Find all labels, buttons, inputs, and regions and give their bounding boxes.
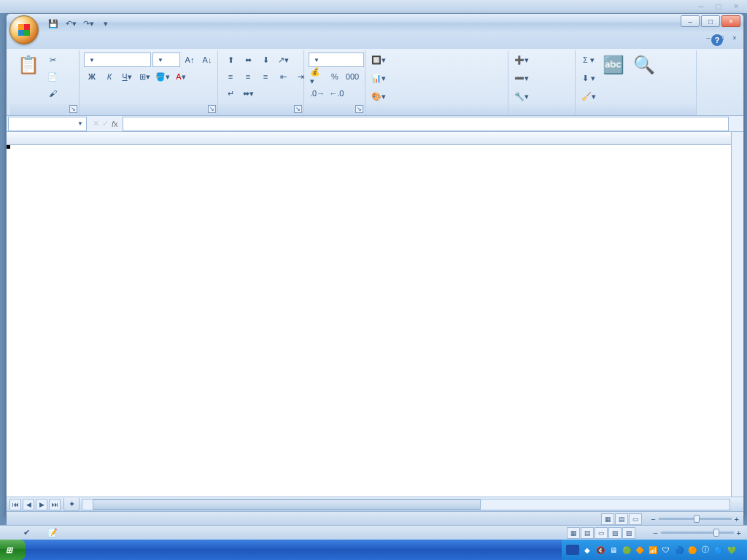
mdi-close-button[interactable]: ×: [729, 33, 740, 43]
word-view-5[interactable]: ▨: [622, 527, 635, 539]
fill-button[interactable]: ⬇ ▾: [580, 70, 597, 86]
zoom-in-button[interactable]: +: [735, 515, 739, 524]
excel-close-button[interactable]: ×: [721, 15, 740, 27]
tray-icon[interactable]: 💚: [727, 545, 737, 555]
increase-decimal-button[interactable]: .0→: [309, 85, 326, 101]
horizontal-scrollbar[interactable]: [82, 499, 730, 510]
word-zoom-in-button[interactable]: +: [737, 529, 741, 537]
format-painter-button[interactable]: 🖌: [44, 85, 61, 101]
tray-icon[interactable]: 🟠: [687, 545, 697, 555]
word-zoom-out-button[interactable]: −: [653, 529, 657, 537]
page-break-view-button[interactable]: ▭: [629, 513, 642, 525]
cells-insert-button[interactable]: ➕ ▾: [513, 52, 530, 68]
decrease-indent-button[interactable]: ⇤: [275, 69, 291, 85]
excel-titlebar[interactable]: 💾 ↶▾ ↷▾ ▾ – □ ×: [7, 14, 743, 33]
find-select-button[interactable]: 🔍: [630, 52, 659, 79]
shrink-font-button[interactable]: A↓: [199, 52, 215, 68]
italic-button[interactable]: К: [101, 69, 117, 85]
paste-button[interactable]: 📋: [14, 52, 43, 79]
normal-view-button[interactable]: ▦: [601, 513, 614, 525]
conditional-formatting-button[interactable]: 🔲 ▾: [370, 52, 387, 68]
tray-icon[interactable]: 🛡: [661, 545, 671, 555]
tray-icon[interactable]: 🖥: [608, 545, 619, 555]
tray-icon[interactable]: 🟢: [622, 545, 632, 555]
spell-check-icon[interactable]: ✔: [23, 528, 30, 537]
zoom-slider[interactable]: [659, 518, 732, 520]
undo-button[interactable]: ↶▾: [63, 16, 78, 31]
mdi-minimize-button[interactable]: –: [703, 33, 714, 43]
excel-minimize-button[interactable]: –: [681, 15, 700, 27]
sheet-nav-last-button[interactable]: ⏭: [49, 499, 61, 510]
save-button[interactable]: 💾: [46, 16, 61, 31]
tray-icon[interactable]: 🔇: [595, 545, 605, 555]
align-bottom-button[interactable]: ⬇: [258, 52, 274, 68]
orientation-button[interactable]: ↗▾: [275, 52, 291, 68]
font-size-combo[interactable]: ▼: [152, 52, 180, 67]
align-middle-button[interactable]: ⬌: [240, 52, 256, 68]
tray-icon[interactable]: 🔷: [713, 545, 724, 555]
new-sheet-button[interactable]: ✦: [63, 498, 80, 511]
excel-maximize-button[interactable]: □: [701, 15, 720, 27]
cut-button[interactable]: ✂: [44, 52, 61, 68]
font-dialog-launcher[interactable]: ↘: [208, 105, 216, 113]
currency-button[interactable]: 💰▾: [309, 69, 325, 85]
cells-delete-button[interactable]: ➖ ▾: [513, 70, 530, 86]
language-indicator[interactable]: [566, 545, 579, 555]
comma-button[interactable]: 000: [344, 69, 360, 85]
tray-icon[interactable]: ◆: [582, 545, 592, 555]
sort-filter-button[interactable]: 🔤: [599, 52, 628, 79]
number-format-combo[interactable]: ▼: [309, 52, 364, 67]
sheet-nav-next-button[interactable]: ▶: [36, 499, 47, 510]
font-color-button[interactable]: A▾: [173, 69, 189, 85]
fill-color-button[interactable]: 🪣▾: [154, 69, 171, 85]
autosum-button[interactable]: Σ ▾: [580, 52, 597, 68]
enter-formula-button[interactable]: ✓: [102, 119, 109, 128]
cancel-formula-button[interactable]: ✕: [93, 119, 99, 128]
tray-icon[interactable]: 🔵: [674, 545, 684, 555]
mdi-restore-button[interactable]: □: [716, 33, 727, 43]
tray-icon[interactable]: ⓘ: [700, 545, 711, 555]
merge-button[interactable]: ⬌▾: [240, 85, 256, 101]
font-name-combo[interactable]: ▼: [84, 52, 151, 67]
decrease-decimal-button[interactable]: ←.0: [328, 85, 345, 101]
cell-styles-button[interactable]: 🎨 ▾: [370, 88, 387, 104]
formula-input[interactable]: [123, 117, 729, 131]
word-maximize-button[interactable]: □: [711, 1, 727, 12]
align-dialog-launcher[interactable]: ↘: [294, 105, 302, 113]
track-changes-icon[interactable]: 📝: [47, 528, 58, 537]
word-view-2[interactable]: ▤: [581, 527, 594, 539]
align-left-button[interactable]: ≡: [222, 69, 239, 85]
format-as-table-button[interactable]: 📊 ▾: [370, 70, 387, 86]
sheet-nav-first-button[interactable]: ⏮: [9, 499, 21, 510]
word-close-button[interactable]: ×: [728, 1, 744, 12]
tray-icon[interactable]: 🔶: [635, 545, 645, 555]
number-dialog-launcher[interactable]: ↘: [355, 105, 363, 113]
word-view-3[interactable]: ▭: [595, 527, 608, 539]
underline-button[interactable]: Ч▾: [119, 69, 135, 85]
redo-button[interactable]: ↷▾: [81, 16, 96, 31]
page-layout-view-button[interactable]: ▤: [615, 513, 628, 525]
tray-icon[interactable]: 📶: [648, 545, 658, 555]
align-right-button[interactable]: ≡: [258, 69, 274, 85]
word-view-4[interactable]: ▧: [608, 527, 622, 539]
office-button[interactable]: [9, 15, 39, 44]
bold-button[interactable]: Ж: [84, 69, 100, 85]
clear-button[interactable]: 🧹▾: [580, 88, 597, 104]
clipboard-dialog-launcher[interactable]: ↘: [69, 105, 77, 113]
cells-format-button[interactable]: 🔧 ▾: [513, 88, 530, 104]
name-box[interactable]: ▼: [8, 117, 87, 131]
grow-font-button[interactable]: A↑: [182, 52, 198, 68]
zoom-out-button[interactable]: −: [651, 515, 655, 524]
percent-button[interactable]: %: [327, 69, 343, 85]
align-center-button[interactable]: ≡: [240, 69, 256, 85]
copy-button[interactable]: 📄: [44, 69, 61, 85]
word-minimize-button[interactable]: –: [693, 1, 709, 12]
wrap-text-button[interactable]: ↵: [222, 85, 239, 101]
word-view-1[interactable]: ▦: [567, 527, 580, 539]
fx-button[interactable]: fx: [112, 120, 118, 128]
align-top-button[interactable]: ⬆: [222, 52, 239, 68]
qat-customize-button[interactable]: ▾: [98, 16, 113, 31]
word-zoom-slider[interactable]: [661, 532, 734, 534]
start-button[interactable]: ⊞: [0, 540, 26, 560]
vertical-scrollbar[interactable]: [731, 132, 743, 497]
